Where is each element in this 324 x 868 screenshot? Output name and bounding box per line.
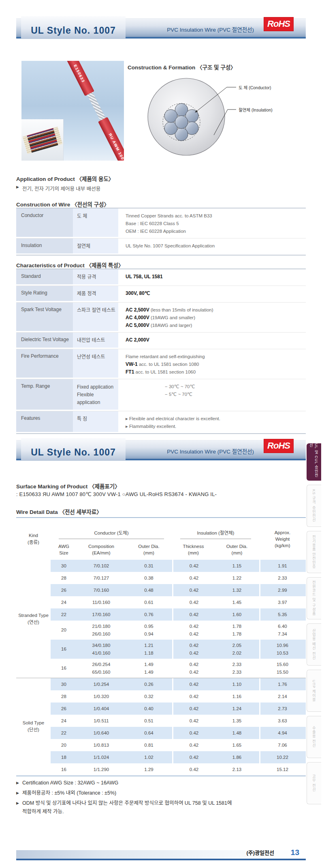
row-cells: 1634/0.18041/0.1601.211.180.420.422.052.… (51, 640, 306, 659)
footnotes: ▶Certification AWG Size : 32AWG ~ 16AWG▶… (16, 779, 306, 818)
table-cell: 1/0.640 (77, 727, 126, 739)
table-cell: 0.42 (172, 572, 215, 584)
table-cell: 2.052.02 (215, 640, 259, 659)
char-label-kr-line: 스파크 절연 테스트 (77, 307, 118, 314)
table-cell: 7/0.127 (77, 572, 126, 584)
bullet-icon: ▶ (16, 799, 19, 808)
cell-line: 0.42 (190, 741, 198, 749)
subheader-l1: AWG (58, 543, 69, 550)
wire-cross-section-diagram (134, 71, 304, 159)
cell-line: 0.42 (190, 668, 198, 676)
table-cell: 1.48 (215, 727, 259, 739)
rohs-badge-2: RoHS (264, 439, 294, 453)
table-cell: 1.65 (215, 739, 259, 751)
cell-line: 15.12 (277, 766, 288, 773)
table-cell: 1.60 (215, 608, 259, 621)
table-cell: 30 (51, 678, 77, 690)
cell-line: 7/0.160 (94, 587, 109, 594)
cell-line: 7.34 (278, 630, 287, 638)
note-line: ODM 방식 및 상기표에 나타나 있지 않는 사항은 주문제작 방식으로 협의… (22, 799, 306, 808)
row-cells: 301/0.2540.260.421.101.76 (51, 678, 306, 690)
row-cells: 181/1.0241.020.421.8610.22 (51, 751, 306, 763)
table-cell: 2.73 (259, 703, 305, 715)
char-value: ▸ Flexible and electrical character is e… (118, 411, 306, 433)
red-cable-image: E150633 ЯU AWM 1007 (64, 61, 124, 161)
table-cell: 20 (51, 621, 77, 640)
wire-subheader: Composition(EA/mm) (77, 539, 126, 560)
cell-line: 2.33 (232, 668, 241, 676)
spec-label-en: Conductor (16, 208, 73, 238)
sidebar-tab: 전원코드 및 구성품 (307, 577, 321, 619)
char-label-kr: 난연성 테스트 (73, 349, 118, 379)
cell-line: 2.14 (278, 693, 287, 700)
cell-line: 0.42 (190, 562, 198, 570)
characteristics-table: Standard적용 규격UL 758, UL 1581Style Rating… (16, 269, 306, 434)
table-cell: 0.42 (172, 727, 215, 739)
table-cell: 7/0.160 (77, 584, 126, 596)
table-cell: 15.6015.50 (259, 659, 305, 678)
cell-line: 0.42 (190, 693, 198, 700)
table-row: 2411/0.1600.610.421.453.97 (16, 596, 306, 608)
char-label-kr-line: 제품 정격 (77, 290, 118, 298)
wire-table-header: Kind (종류) Conductor (도체) Insulation (절연체… (16, 518, 306, 560)
characteristics-heading: Characteristics of Product 〈제품의 특성〉 (16, 261, 124, 269)
cell-line: 24 (61, 717, 66, 725)
note-line: 제품허용공차 : ±5% 내외 (Tolerance : ±5%) (22, 789, 306, 797)
table-cell: 28 (51, 690, 77, 703)
application-item: ▶ 전기, 전자 기기의 제어용 내부 배선용 (16, 185, 100, 192)
subheader-l1: Outer Dia. (138, 543, 159, 550)
table-cell: 3.97 (259, 596, 305, 608)
cell-line: 1/1.024 (94, 754, 109, 761)
cell-line: 26/0.254 (92, 661, 111, 668)
conductor-label: 도 체 (Conductor) (239, 84, 271, 90)
table-cell: 1.211.18 (126, 640, 172, 659)
construction-row: Insulation절연체UL Style No. 1007 Specifica… (16, 238, 306, 255)
page-title-2: UL Style No. 1007 (31, 447, 116, 458)
char-value-line: AC 5,000V (18AWG and larger) (126, 322, 306, 329)
cell-line: 30 (61, 681, 66, 688)
table-cell: 1.10 (215, 678, 259, 690)
cell-line: 0.32 (144, 693, 153, 700)
table-cell: 20 (51, 739, 77, 751)
table-row: 201/0.8130.810.421.657.06 (16, 739, 306, 751)
cell-line: 0.42 (190, 729, 198, 737)
cell-line: 1/1.290 (94, 766, 109, 773)
cell-line: 7.06 (278, 741, 287, 749)
char-value: − 30℃ ~ 70℃− 5℃ ~ 70℃ (118, 379, 306, 411)
table-cell: 22 (51, 727, 77, 739)
cell-line: 41/0.160 (92, 649, 111, 657)
table-cell: 3.63 (259, 715, 305, 727)
row-cells: 241/0.5110.510.421.353.63 (51, 715, 306, 727)
cell-line: 1/0.640 (94, 729, 109, 737)
cell-line: 1/0.320 (94, 693, 109, 700)
table-row: 267/0.1600.480.421.322.99 (16, 584, 306, 596)
table-cell: 21/0.18026/0.160 (77, 621, 126, 640)
cell-line: 26 (61, 705, 66, 713)
insulation-label: 절연체 (Insulation) (239, 107, 273, 113)
application-text: 전기, 전자 기기의 제어용 내부 배선용 (22, 186, 100, 192)
cell-line: 0.42 (190, 681, 198, 688)
char-label-kr: 특 징 (73, 411, 118, 433)
table-cell: 26 (51, 703, 77, 715)
construction-heading: Construction of Wire 〈전선의 구성〉 (16, 200, 109, 208)
conductor-group-label: Conductor (도체) (59, 529, 164, 539)
cell-line: 1.78 (232, 630, 241, 638)
cell-line: 15.50 (277, 668, 288, 676)
cell-line: 65/0.160 (92, 668, 111, 676)
cell-line: 22 (61, 611, 66, 619)
char-value-line: AC 4,000V (19AWG and smaller) (126, 314, 306, 322)
cell-line: 10.22 (277, 754, 288, 761)
char-value-bold: AC 5,000V (126, 322, 149, 328)
subheader-l2: Size (59, 550, 68, 556)
note-item: ▶Certification AWG Size : 32AWG ~ 16AWG (16, 779, 306, 787)
sidebar-tab: 고무 전선 (307, 762, 321, 804)
cell-line: 10.53 (277, 649, 288, 657)
table-cell: 0.42 (172, 608, 215, 621)
cell-line: 2.02 (232, 649, 241, 657)
cable-jacket-bottom: ЯU AWM 1007 (98, 117, 124, 161)
table-cell: 0.76 (126, 608, 172, 621)
char-label-kr: 스파크 절연 테스트 (73, 303, 118, 332)
table-cell: 1/0.320 (77, 690, 126, 703)
char-label-kr: Fixed applicationFlexible application (73, 379, 118, 411)
cell-line: 1.15 (232, 562, 241, 570)
